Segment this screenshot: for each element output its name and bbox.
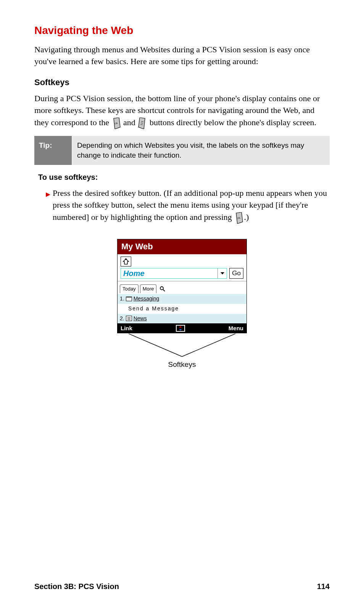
softkey-left: Link: [121, 324, 132, 332]
list-item-news: 2. News: [118, 314, 246, 324]
softkeys-text-c: buttons directly below the phone's displ…: [150, 118, 316, 127]
softkeys-text-b: and: [123, 118, 137, 127]
news-link: News: [134, 315, 147, 323]
document-icon: [126, 316, 132, 321]
intro-paragraph: Navigating through menus and Websites du…: [34, 44, 330, 68]
instruction-text: Press the desired softkey button. (If an…: [53, 187, 330, 224]
address-row: Home Go: [118, 268, 246, 281]
softkey-right: Menu: [229, 324, 243, 332]
bullet-arrow-icon: [45, 189, 51, 224]
instruction-heading: To use softkeys:: [38, 172, 330, 182]
address-dropdown-icon: [217, 268, 227, 278]
tab-row: Today More: [118, 281, 246, 294]
messaging-link: Messaging: [134, 295, 159, 303]
tip-box: Tip: Depending on which Websites you vis…: [34, 136, 330, 165]
list-num-2: 2.: [120, 315, 124, 323]
tip-text: Depending on which Websites you visit, t…: [72, 136, 330, 165]
phone-title-bar: My Web: [118, 239, 246, 254]
phone-illustration: My Web Home Go Today More: [34, 239, 330, 368]
home-icon: [121, 257, 131, 266]
page-title: Navigating the Web: [34, 23, 330, 38]
address-field: Home: [121, 268, 227, 279]
footer-section: Section 3B: PCS Vision: [34, 581, 119, 592]
tip-label: Tip:: [34, 136, 72, 165]
softkeys-heading: Softkeys: [34, 77, 330, 89]
callout-label: Softkeys: [34, 360, 330, 370]
go-button: Go: [229, 268, 243, 279]
list-item-messaging: 1. Messaging: [118, 294, 246, 304]
menu-key-icon: [138, 118, 147, 129]
softkey-bar: Link Menu: [118, 323, 246, 333]
envelope-icon: [126, 297, 132, 301]
softkeys-paragraph: During a PCS Vision session, the bottom …: [34, 92, 330, 129]
phone-screen: My Web Home Go Today More: [117, 239, 247, 333]
softkey-mid-icon: [176, 325, 185, 332]
svg-line-8: [182, 334, 235, 357]
svg-point-5: [160, 287, 163, 290]
list-num-1: 1.: [120, 295, 124, 303]
instruction-text-a: Press the desired softkey button. (If an…: [53, 188, 327, 222]
search-icon: [159, 286, 166, 292]
softkeys-callout: Softkeys: [34, 334, 330, 368]
address-text: Home: [121, 268, 217, 279]
footer-page-number: 114: [317, 581, 330, 592]
tab-today: Today: [120, 284, 139, 293]
svg-line-7: [129, 334, 182, 357]
tab-more: More: [140, 284, 157, 293]
page-footer: Section 3B: PCS Vision 114: [34, 581, 330, 592]
ok-key-icon-2: OK: [235, 212, 243, 224]
svg-line-6: [163, 289, 165, 291]
instruction-bullet: Press the desired softkey button. (If an…: [45, 187, 330, 224]
list-sub-send: Send a Message: [118, 304, 246, 314]
instruction-text-b: .): [244, 212, 249, 222]
ok-key-icon: OK: [112, 118, 121, 129]
phone-home-row: [118, 254, 246, 268]
